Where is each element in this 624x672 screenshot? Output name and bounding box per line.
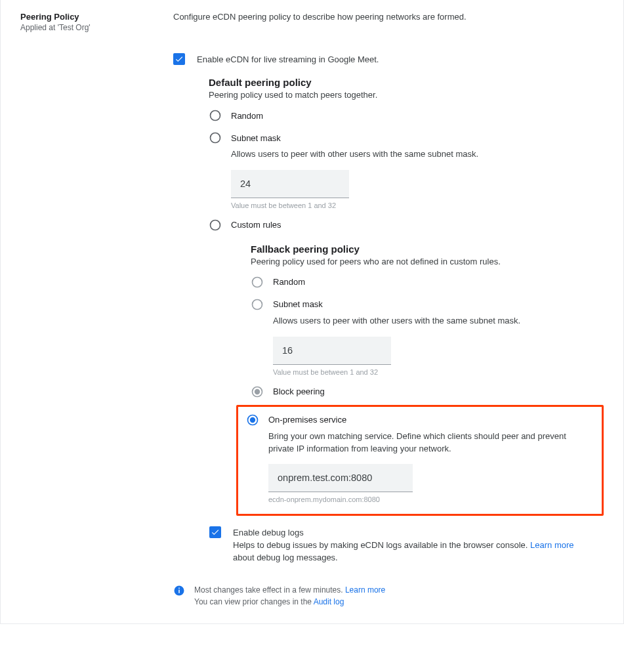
radio-disabled-icon — [251, 385, 264, 398]
enable-debug-label: Enable debug logs — [233, 528, 304, 537]
peering-policy-panel: Peering Policy Applied at 'Test Org' Con… — [0, 0, 624, 624]
applied-at-label: Applied at 'Test Org' — [20, 23, 173, 32]
default-subnet-helper: Value must be between 1 and 32 — [231, 201, 594, 209]
panel-content: Configure eCDN peering policy to describ… — [173, 12, 608, 608]
default-subnet-radio[interactable]: Subnet mask — [209, 131, 594, 144]
fallback-subnet-radio[interactable]: Subnet mask — [251, 298, 594, 311]
info-footer: Most changes take effect in a few minute… — [173, 584, 594, 608]
default-subnet-label: Subnet mask — [231, 133, 281, 143]
svg-rect-10 — [178, 590, 180, 593]
check-icon — [211, 528, 220, 537]
info-line2-text: You can view prior changes in the — [194, 597, 314, 606]
radio-unchecked-icon — [251, 298, 264, 311]
fallback-subnet-input[interactable] — [273, 337, 391, 365]
radio-checked-icon — [246, 413, 259, 427]
enable-ecdn-label: Enable eCDN for live streaming in Google… — [197, 54, 379, 64]
fallback-random-radio[interactable]: Random — [251, 276, 594, 289]
audit-log-link[interactable]: Audit log — [314, 597, 344, 606]
fallback-block-label: Block peering — [273, 387, 325, 396]
enable-debug-desc: Helps to debug issues by making eCDN log… — [233, 539, 594, 564]
fallback-block-radio[interactable]: Block peering — [251, 385, 594, 398]
fallback-policy-title: Fallback peering policy — [251, 243, 594, 255]
onprem-desc: Bring your own matching service. Define … — [268, 430, 594, 455]
debug-desc-text-2: about debug log messages. — [233, 553, 338, 562]
fallback-subnet-helper: Value must be between 1 and 32 — [273, 368, 594, 376]
debug-desc-text: Helps to debug issues by making eCDN log… — [233, 540, 530, 550]
svg-point-2 — [211, 220, 220, 230]
default-subnet-input[interactable] — [231, 170, 349, 198]
info-text: Most changes take effect in a few minute… — [194, 584, 385, 608]
radio-unchecked-icon — [209, 219, 222, 232]
radio-unchecked-icon — [209, 131, 222, 144]
debug-learn-more-link[interactable]: Learn more — [530, 540, 573, 550]
onprem-highlight-box: On-premises service Bring your own match… — [236, 405, 604, 516]
svg-point-1 — [211, 133, 220, 143]
enable-debug-row[interactable]: Enable debug logs — [209, 526, 594, 538]
radio-unchecked-icon — [251, 276, 264, 289]
onprem-helper: ecdn-onprem.mydomain.com:8080 — [268, 495, 594, 503]
fallback-policy-desc: Peering policy used for peers who are no… — [251, 257, 594, 266]
info-learn-more-link[interactable]: Learn more — [345, 585, 385, 595]
fallback-random-label: Random — [273, 277, 305, 287]
fallback-subnet-desc: Allows users to peer with other users wi… — [273, 315, 594, 327]
svg-point-8 — [250, 417, 255, 423]
info-line1-text: Most changes take effect in a few minute… — [194, 585, 345, 595]
enable-debug-checkbox[interactable] — [209, 526, 221, 538]
panel-title: Peering Policy — [20, 12, 173, 22]
default-custom-radio[interactable]: Custom rules — [209, 219, 594, 232]
enable-ecdn-checkbox[interactable] — [173, 53, 185, 65]
radio-unchecked-icon — [209, 109, 222, 122]
onprem-label: On-premises service — [268, 415, 346, 425]
default-subnet-desc: Allows users to peer with other users wi… — [231, 148, 594, 161]
default-policy-desc: Peering policy used to match peers toget… — [209, 90, 594, 100]
onprem-input[interactable] — [268, 464, 413, 492]
fallback-subnet-label: Subnet mask — [273, 299, 323, 309]
svg-point-6 — [255, 389, 260, 394]
default-custom-label: Custom rules — [231, 220, 281, 230]
svg-point-0 — [211, 111, 220, 121]
svg-rect-11 — [178, 588, 180, 589]
default-random-label: Random — [231, 111, 263, 121]
panel-sidebar: Peering Policy Applied at 'Test Org' — [20, 12, 173, 608]
check-icon — [175, 54, 184, 64]
svg-point-3 — [253, 277, 262, 287]
svg-point-4 — [253, 299, 262, 309]
panel-description: Configure eCDN peering policy to describ… — [173, 12, 594, 22]
info-icon — [173, 585, 185, 597]
default-policy-title: Default peering policy — [209, 77, 594, 88]
enable-ecdn-row[interactable]: Enable eCDN for live streaming in Google… — [173, 53, 594, 65]
default-random-radio[interactable]: Random — [209, 109, 594, 122]
onprem-radio[interactable]: On-premises service — [246, 413, 594, 427]
